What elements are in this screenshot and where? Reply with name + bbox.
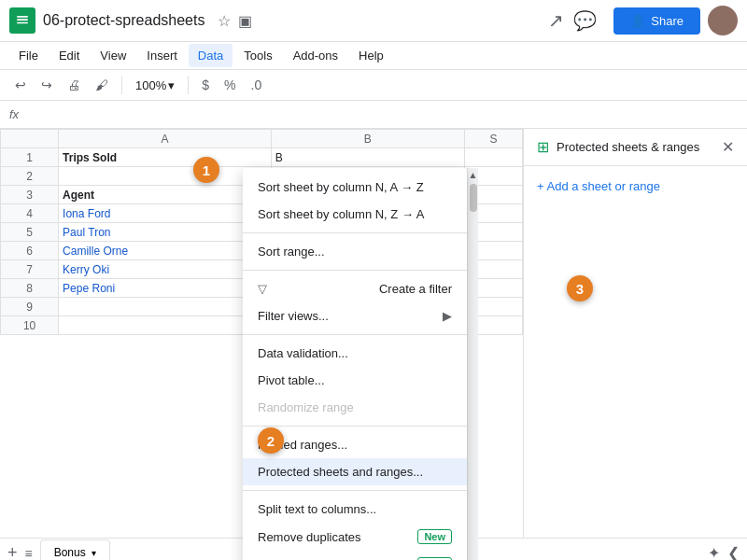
toolbar: ↩ ↪ 🖨 🖌 100% ▾ $ % .0 [0, 70, 747, 101]
share-label: Share [651, 14, 684, 28]
zoom-control[interactable]: 100% ▾ [130, 76, 180, 95]
pivot-table-item[interactable]: Pivot table... [243, 367, 467, 394]
avatar[interactable] [708, 6, 738, 35]
sep-1 [243, 232, 467, 233]
named-ranges-item[interactable]: Named ranges... [243, 431, 467, 458]
main-area: A B S 1 Trips Sold B 2 [0, 129, 747, 560]
svg-rect-3 [17, 22, 28, 24]
sep-3 [243, 334, 467, 335]
protected-sheets-item[interactable]: Protected sheets and ranges... [243, 458, 467, 485]
trim-whitespace-item[interactable]: Trim whitespace New [243, 551, 467, 560]
create-filter-item[interactable]: ▽ Create a filter [243, 275, 467, 302]
menu-view[interactable]: View [91, 44, 135, 67]
formula-input[interactable] [26, 107, 738, 121]
star-icon[interactable]: ☆ [218, 12, 231, 30]
sort-range-item[interactable]: Sort range... [243, 238, 467, 265]
annotation-3: 3 [567, 275, 593, 301]
undo-button[interactable]: ↩ [9, 74, 32, 96]
folder-icon[interactable]: ▣ [238, 12, 252, 30]
dropdown-overlay: Sort sheet by column N, A → Z Sort sheet… [0, 129, 747, 560]
svg-rect-1 [17, 16, 28, 18]
chat-icon[interactable]: 💬 [573, 9, 597, 32]
sort-za-item[interactable]: Sort sheet by column N, Z → A [243, 201, 467, 228]
menu-bar: File Edit View Insert Data Tools Add-ons… [0, 42, 747, 70]
remove-duplicates-badge: New [417, 529, 452, 544]
zoom-value: 100% [135, 78, 166, 92]
data-menu: Sort sheet by column N, A → Z Sort sheet… [243, 168, 467, 560]
scroll-up-btn[interactable]: ▲ [467, 168, 480, 182]
svg-rect-2 [17, 19, 28, 21]
sep-5 [243, 490, 467, 491]
data-validation-item[interactable]: Data validation... [243, 340, 467, 367]
sep-2 [243, 270, 467, 271]
split-text-item[interactable]: Split text to columns... [243, 496, 467, 523]
redo-button[interactable]: ↪ [35, 74, 58, 96]
sheets-logo [9, 7, 35, 34]
menu-data[interactable]: Data [189, 44, 233, 67]
top-right-icons: ↗ 💬 [548, 9, 597, 32]
title-bar: 06-protect-spreadsheets ☆ ▣ ↗ 💬 👤 Share [0, 0, 747, 42]
zoom-arrow: ▾ [168, 78, 175, 92]
formula-bar: fx [0, 101, 747, 129]
toolbar-separator-2 [188, 76, 189, 94]
sort-az-item[interactable]: Sort sheet by column N, A → Z [243, 174, 467, 201]
percent-button[interactable]: % [218, 74, 241, 96]
currency-button[interactable]: $ [196, 74, 215, 96]
menu-insert[interactable]: Insert [137, 44, 187, 67]
sep-4 [243, 426, 467, 427]
share-icon: 👤 [630, 14, 645, 28]
print-button[interactable]: 🖨 [62, 74, 86, 96]
menu-addons[interactable]: Add-ons [284, 44, 347, 67]
menu-help[interactable]: Help [349, 44, 393, 67]
menu-file[interactable]: File [9, 44, 48, 67]
toolbar-separator-1 [121, 76, 122, 94]
scroll-thumb [470, 184, 477, 212]
decimal-button[interactable]: .0 [246, 74, 268, 96]
paint-format-button[interactable]: 🖌 [90, 74, 114, 96]
randomize-range-item: Randomize range [243, 394, 467, 421]
scroll-bar: ▲ ▼ [467, 168, 478, 560]
remove-duplicates-label: Remove duplicates [258, 530, 361, 544]
filter-views-item[interactable]: Filter views... ▶ [243, 302, 467, 329]
doc-title: 06-protect-spreadsheets [43, 12, 204, 29]
annotation-1: 1 [193, 157, 219, 183]
share-button[interactable]: 👤 Share [613, 7, 700, 35]
remove-duplicates-item[interactable]: Remove duplicates New [243, 523, 467, 551]
arrow-icon: ▶ [443, 309, 452, 323]
menu-edit[interactable]: Edit [49, 44, 89, 67]
filter-icon: ▽ [258, 282, 267, 296]
activity-icon[interactable]: ↗ [548, 9, 564, 32]
fx-label: fx [9, 107, 19, 121]
title-icons: ☆ ▣ [218, 12, 252, 30]
menu-tools[interactable]: Tools [234, 44, 281, 67]
